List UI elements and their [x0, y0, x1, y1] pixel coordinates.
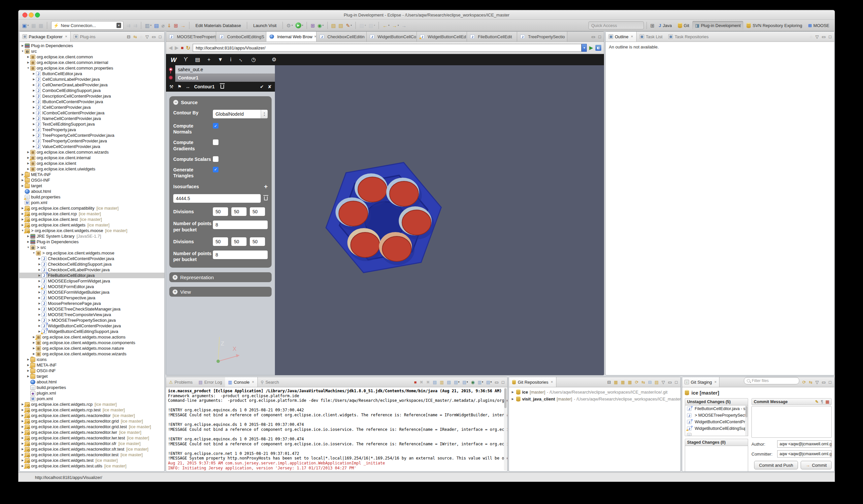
amend-commit-icon[interactable]: ▦ [825, 399, 829, 404]
close-tab-icon[interactable]: ✕ [314, 35, 316, 38]
committer-field[interactable]: aqw <aqw@jcmaxwell.ornl.g [777, 450, 831, 457]
divisions-y-input[interactable]: 50 [232, 207, 247, 216]
refresh-icon[interactable]: ⟳ [802, 380, 806, 384]
tree-item[interactable]: about.html [20, 189, 164, 194]
toggle-highlight-icon[interactable]: ▧▾ [368, 21, 376, 30]
console-log[interactable]: ice.macosx_product [Eclipse Application]… [166, 387, 507, 472]
launch-arrow-icon[interactable]: → [179, 21, 186, 30]
add-source-icon[interactable]: + [207, 57, 210, 62]
open-perspective-icon[interactable]: ⊞ [650, 21, 656, 30]
tree-item[interactable]: ▶org.eclipse.ice.client.compatibility[ic… [20, 205, 164, 211]
expand-arrow-icon[interactable]: ▶ [26, 375, 30, 378]
open-type-icon[interactable]: ▧ [338, 21, 344, 30]
tab-explorer-package-explorer[interactable]: ⊞Package Explorer✕ [20, 31, 71, 41]
expand-arrow-icon[interactable]: ▶ [26, 358, 30, 361]
tree-item[interactable]: ▶org.eclipse.ice.client.widgets.rcp.test… [20, 407, 164, 413]
tree-item[interactable]: Mpom.xml [20, 200, 164, 205]
render-viewport[interactable] [275, 65, 604, 375]
skip-breakpoints-icon[interactable]: ⇉ [125, 21, 132, 30]
expand-arrow-icon[interactable]: ▶ [32, 352, 36, 356]
expand-arrow-icon[interactable]: ▶ [26, 61, 30, 64]
fit-view-icon[interactable]: ↔ [238, 56, 245, 64]
unstaged-file-item[interactable] [685, 432, 748, 436]
expand-arrow-icon[interactable]: ▶ [32, 145, 36, 148]
tab-git-repositories[interactable]: Git Repositories✕ [509, 377, 556, 387]
tree-item[interactable]: ▶JMOOSEEclipseFormWidget.java [20, 278, 164, 284]
minimize-icon[interactable]: ▭ [822, 35, 826, 39]
repository-item[interactable]: ▶visit_java_client[master]- /Users/aqw/R… [509, 396, 680, 402]
tab-console-search[interactable]: ⚲Search [258, 377, 282, 387]
import-icon[interactable]: ⇓ [166, 21, 172, 30]
compute-normals-checkbox[interactable]: ✓ [213, 123, 218, 129]
create-repo-icon[interactable]: ▦ [628, 380, 632, 384]
expand-arrow-icon[interactable]: ▶ [32, 128, 36, 131]
clear-console-icon[interactable]: ▤ [433, 380, 437, 384]
expand-arrow-icon[interactable]: ▶ [38, 274, 41, 277]
expand-arrow-icon[interactable]: ▶ [38, 313, 41, 316]
browser-forward-icon[interactable]: ▶ [175, 45, 179, 51]
browser-back-icon[interactable]: ◀ [168, 45, 173, 51]
tree-item[interactable]: ▶JIComboCellContentProvider.java [20, 110, 164, 116]
console-monitor-icon[interactable]: ▤ [153, 21, 160, 30]
tree-item[interactable]: ▶⊞org.eclipse.ice.client.internal [20, 155, 164, 160]
filter-icon[interactable]: ▼ [218, 57, 223, 62]
edit-materials-button[interactable]: Edit Materials Database [192, 21, 244, 30]
maximize-icon[interactable]: □ [675, 380, 677, 384]
tree-item[interactable]: ▶OSGI-INF [20, 368, 164, 374]
tree-item[interactable]: ▶Plug-in Dependencies [20, 43, 164, 49]
new-server-icon[interactable]: ▥▾ [144, 21, 152, 30]
view-menu-icon[interactable]: ▽ [146, 35, 149, 39]
tab-outline-task-list[interactable]: ▤Task List [637, 31, 666, 41]
expand-arrow-icon[interactable]: ▶ [26, 167, 30, 170]
tree-item[interactable]: ▶⊞org.eclipse.ice.client.widgets.moose.a… [20, 334, 164, 340]
collapse-arrow-icon[interactable]: ▼ [21, 50, 24, 53]
compute-scalars-checkbox[interactable] [213, 156, 218, 162]
expand-arrow-icon[interactable]: ▶ [32, 78, 36, 81]
expand-arrow-icon[interactable]: ▶ [32, 117, 36, 120]
tab-outline-outline[interactable]: ▤Outline✕ [605, 31, 637, 41]
filter-files-input[interactable]: Filter files [744, 377, 799, 384]
perspective-moose[interactable]: ⊞MOOSE [805, 21, 832, 30]
tree-item[interactable]: ▶JTreeProperty.java [20, 127, 164, 132]
minimize-window-button[interactable] [29, 13, 34, 17]
tree-item[interactable]: ▶JComboCellEditingSupport.java [20, 88, 164, 93]
tree-item[interactable]: ▼⊞org.eclipse.ice.client.common.properti… [20, 65, 164, 71]
maximize-icon[interactable]: □ [502, 380, 504, 384]
expand-arrow-icon[interactable]: ▶ [26, 369, 30, 372]
expand-arrow-icon[interactable]: ▶ [38, 308, 41, 310]
launch-visit-button[interactable]: Launch Visit [250, 21, 280, 30]
save-all-icon[interactable]: ▩ [38, 21, 44, 30]
url-dropdown-icon[interactable]: ▼ [581, 44, 587, 52]
divisions2-y-input[interactable]: 50 [232, 237, 247, 246]
display-console-icon[interactable]: ▥▾ [477, 380, 483, 384]
tree-item[interactable]: ▶JMOOSEFormEditor.java [20, 284, 164, 289]
tree-item[interactable]: ▶org.eclipse.ice.client.widgets.test.uti… [20, 463, 164, 469]
collapse-all-icon[interactable]: ⊟ [607, 380, 611, 384]
tree-item[interactable]: ▶JTextCellEditingSupport.java [20, 121, 164, 127]
editor-tab-internal web brow[interactable]: Internal Web Brow✕ [266, 31, 316, 41]
editor-tab-checkboxcelleditin[interactable]: JCheckboxCellEditin [316, 31, 367, 41]
perspective-plugin-development[interactable]: ◨Plug-in Development [692, 21, 743, 30]
view-menu-icon[interactable]: ▽ [815, 380, 819, 384]
unstaged-file-item[interactable]: J?WidgetButtonCellContentProvider.ja [685, 418, 748, 425]
expand-arrow-icon[interactable]: ▶ [26, 235, 30, 238]
expand-arrow-icon[interactable]: ▶ [38, 280, 41, 283]
divisions2-x-input[interactable]: 50 [213, 237, 228, 246]
expand-arrow-icon[interactable]: ▶ [32, 106, 36, 109]
delete-filter-icon[interactable] [221, 85, 224, 89]
tree-item[interactable]: ▶JMoosePreferencePage.java [20, 301, 164, 306]
open-console-icon[interactable]: ▤▾ [486, 380, 492, 384]
resize-panel-icon[interactable]: ↔ [186, 84, 190, 89]
terminate-icon[interactable]: ■ [414, 380, 417, 384]
tree-item[interactable]: ▶org.eclipse.ice.client.widgets.test[ice… [20, 457, 164, 463]
info-icon[interactable]: i [230, 57, 232, 62]
tree-item[interactable]: ▶org.eclipse.ice.client.widgets.reactore… [20, 418, 164, 424]
tree-item[interactable]: ▶JMOOSEFormWidgetBuilder.java [20, 289, 164, 295]
expand-arrow-icon[interactable]: ▶ [21, 44, 24, 47]
tree-item[interactable]: ▶JIButtonCellContentProvider.java [20, 99, 164, 104]
expand-arrow-icon[interactable]: ▶ [26, 240, 30, 243]
scroll-lock-icon[interactable]: ▥ [440, 380, 444, 384]
editor-tab-moosetreepropertys[interactable]: JMOOSETreePropertyS [166, 31, 216, 41]
expand-arrow-icon[interactable]: ▶ [38, 268, 41, 271]
tree-item[interactable]: ▶J?FileButtonCellEditor.java [20, 273, 164, 278]
